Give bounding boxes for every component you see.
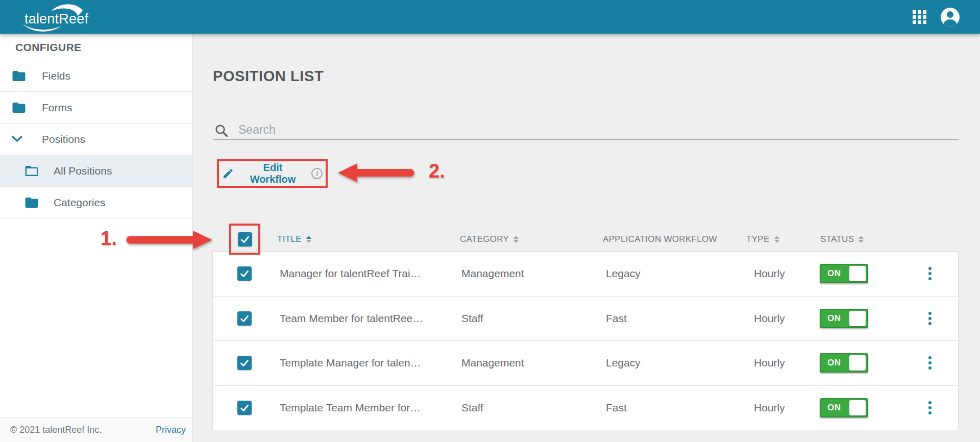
position-type: Hourly <box>754 312 785 325</box>
sidebar-item-label: Positions <box>42 133 85 145</box>
toggle-knob <box>849 266 866 281</box>
position-table: Manager for talentReef Trai… Management … <box>212 251 959 430</box>
column-header-status[interactable]: STATUS <box>820 232 864 247</box>
position-title: Template Team Member for… <box>280 402 421 414</box>
row-checkbox[interactable] <box>237 401 252 415</box>
position-workflow: Fast <box>606 312 627 325</box>
position-title: Template Manager for talen… <box>280 357 421 369</box>
annotation-arrow-2 <box>338 161 415 184</box>
row-checkbox[interactable] <box>237 266 252 281</box>
folder-open-icon <box>24 163 39 179</box>
annotation-arrow-1 <box>126 229 212 251</box>
toggle-knob <box>849 400 866 415</box>
account-avatar-icon[interactable] <box>941 8 960 27</box>
privacy-link[interactable]: Privacy <box>156 425 186 435</box>
checkmark-icon <box>239 268 250 279</box>
row-checkbox[interactable] <box>237 311 252 326</box>
column-header-title[interactable]: TITLE <box>277 232 311 247</box>
edit-workflow-label: Edit Workflow <box>239 162 306 185</box>
folder-icon <box>24 195 39 210</box>
edit-workflow-button[interactable]: Edit Workflow i <box>219 161 326 186</box>
sidebar-header: CONFIGURE <box>0 34 192 60</box>
top-app-bar: talentReef <box>0 0 980 34</box>
talentreef-logo[interactable]: talentReef <box>17 2 89 32</box>
sort-icon <box>774 236 779 243</box>
sidebar-footer: © 2021 talentReef Inc. Privacy <box>0 418 192 442</box>
logo-text: talentReef <box>24 11 88 27</box>
search-icon <box>214 123 229 138</box>
sidebar-item-all-positions[interactable]: All Positions <box>0 155 192 187</box>
position-workflow: Legacy <box>606 357 641 369</box>
apps-grid-icon[interactable] <box>913 10 926 24</box>
avatar-shoulders <box>944 19 957 27</box>
row-menu-kebab-icon[interactable] <box>926 310 934 327</box>
status-toggle[interactable]: ON <box>820 309 868 328</box>
annotation-box-edit-workflow: Edit Workflow i <box>217 159 328 188</box>
row-menu-kebab-icon[interactable] <box>926 354 934 372</box>
sidebar-item-label: Fields <box>42 70 70 82</box>
configure-sidebar: CONFIGURE Fields Forms Positions All Pos… <box>0 34 192 418</box>
position-category: Management <box>461 357 524 369</box>
sidebar-item-categories[interactable]: Categories <box>0 187 192 218</box>
column-header-label: APPLICATION WORKFLOW <box>603 232 717 247</box>
sidebar-item-label: All Positions <box>54 165 112 177</box>
position-title: Manager for talentReef Trai… <box>280 267 421 280</box>
table-row: Template Team Member for… Staff Fast Hou… <box>213 385 958 430</box>
column-header-label: TYPE <box>746 232 770 247</box>
table-row: Manager for talentReef Trai… Management … <box>213 252 958 296</box>
sidebar-item-label: Forms <box>42 102 72 114</box>
annotation-step-2: 2. <box>429 160 445 182</box>
copyright-text: © 2021 talentReef Inc. <box>10 425 102 435</box>
position-type: Hourly <box>754 402 785 414</box>
sort-icon <box>859 236 864 243</box>
sidebar-item-forms[interactable]: Forms <box>0 92 192 124</box>
position-category: Management <box>461 267 524 280</box>
row-checkbox[interactable] <box>237 356 252 370</box>
column-header-label: TITLE <box>277 232 302 247</box>
column-header-type[interactable]: TYPE <box>746 232 779 247</box>
toggle-knob <box>849 311 866 326</box>
sidebar-item-positions[interactable]: Positions <box>0 124 192 155</box>
toggle-knob <box>849 355 866 371</box>
search-field <box>213 122 959 140</box>
position-type: Hourly <box>754 357 785 369</box>
folder-icon <box>11 100 27 115</box>
search-input[interactable] <box>237 122 942 137</box>
column-header-application-workflow: APPLICATION WORKFLOW <box>603 232 717 247</box>
status-toggle[interactable]: ON <box>820 398 868 418</box>
folder-icon <box>11 68 27 84</box>
position-category: Staff <box>461 312 483 325</box>
info-icon[interactable]: i <box>311 168 323 179</box>
avatar-head <box>947 11 953 18</box>
checkmark-icon <box>239 313 250 324</box>
position-title: Team Member for talentRee… <box>280 312 423 325</box>
position-workflow: Legacy <box>606 267 641 280</box>
annotation-step-1: 1. <box>101 228 117 250</box>
pencil-icon <box>222 167 234 180</box>
table-row: Team Member for talentRee… Staff Fast Ho… <box>213 296 958 341</box>
toggle-on-label: ON <box>827 358 841 368</box>
row-menu-kebab-icon[interactable] <box>926 265 934 282</box>
annotation-box-select-all <box>229 224 260 255</box>
position-category: Staff <box>461 402 483 414</box>
page-title: POSITION LIST <box>213 68 324 85</box>
row-menu-kebab-icon[interactable] <box>926 399 934 416</box>
toggle-on-label: ON <box>827 313 841 324</box>
table-row: Template Manager for talen… Management L… <box>213 340 958 385</box>
sidebar-item-fields[interactable]: Fields <box>0 60 192 92</box>
status-toggle[interactable]: ON <box>820 264 868 283</box>
column-header-category[interactable]: CATEGORY <box>460 232 519 247</box>
checkmark-icon <box>239 402 250 413</box>
position-workflow: Fast <box>606 402 627 414</box>
sidebar-item-label: Categories <box>54 197 106 209</box>
toggle-on-label: ON <box>827 403 841 413</box>
sort-icon <box>306 236 311 243</box>
sort-icon <box>513 236 519 243</box>
position-type: Hourly <box>754 267 785 280</box>
column-header-label: CATEGORY <box>460 232 509 247</box>
column-header-label: STATUS <box>820 232 854 247</box>
checkmark-icon <box>239 357 250 369</box>
toggle-on-label: ON <box>827 268 841 279</box>
status-toggle[interactable]: ON <box>820 353 868 373</box>
chevron-down-icon <box>11 135 23 143</box>
